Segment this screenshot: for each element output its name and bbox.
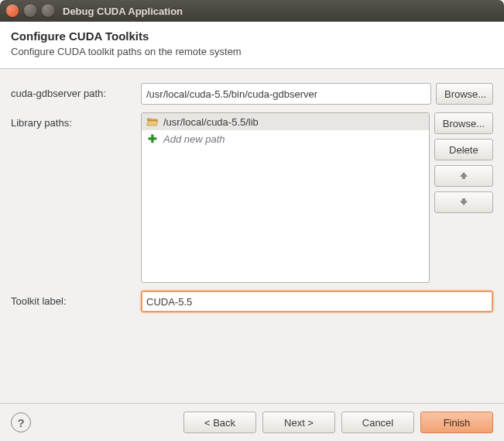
toolkit-input[interactable] [141,291,493,312]
add-new-path[interactable]: ✚ Add new path [142,130,429,147]
minimize-icon[interactable] [24,5,36,17]
window-title: Debug CUDA Application [63,5,183,17]
wizard-header: Configure CUDA Toolkits Configure CUDA t… [0,22,504,69]
arrow-down-icon [458,197,469,206]
page-body: cuda-gdbserver path: Browse... Library p… [0,69,504,328]
move-up-button [434,165,493,187]
page-subheading: Configure CUDA toolkit paths on the remo… [11,46,493,57]
libpaths-side-buttons: Browse... Delete [434,112,493,213]
add-path-label: Add new path [163,133,225,145]
titlebar: Debug CUDA Application [0,0,504,22]
gdbserver-row: cuda-gdbserver path: Browse... [11,83,493,105]
browse-gdbserver-button[interactable]: Browse... [436,83,493,105]
toolkit-label: Toolkit label: [11,291,141,307]
delete-libpath-button[interactable]: Delete [434,139,493,160]
back-button[interactable]: < Back [183,412,256,433]
next-button[interactable]: Next > [262,412,335,433]
plus-icon: ✚ [146,133,159,145]
wizard-footer: ? < Back Next > Cancel Finish [0,403,504,441]
maximize-icon[interactable] [42,5,54,17]
toolkit-row: Toolkit label: [11,291,493,312]
arrow-up-icon [458,171,469,180]
libpaths-label: Library paths: [11,112,141,129]
libpaths-listbox[interactable]: /usr/local/cuda-5.5/lib ✚ Add new path [141,112,430,283]
list-item[interactable]: /usr/local/cuda-5.5/lib [142,113,429,130]
list-item-text: /usr/local/cuda-5.5/lib [163,116,259,128]
help-button[interactable]: ? [11,412,31,432]
gdbserver-input[interactable] [141,83,431,105]
close-icon[interactable] [6,5,19,17]
folder-open-icon [146,115,159,128]
libpaths-row: Library paths: /usr/local/cuda-5.5/lib ✚… [11,112,493,283]
gdbserver-label: cuda-gdbserver path: [11,83,141,99]
page-heading: Configure CUDA Toolkits [11,29,493,43]
browse-libpath-button[interactable]: Browse... [434,112,493,134]
cancel-button[interactable]: Cancel [341,412,414,433]
finish-button[interactable]: Finish [420,412,493,433]
move-down-button [434,191,493,213]
